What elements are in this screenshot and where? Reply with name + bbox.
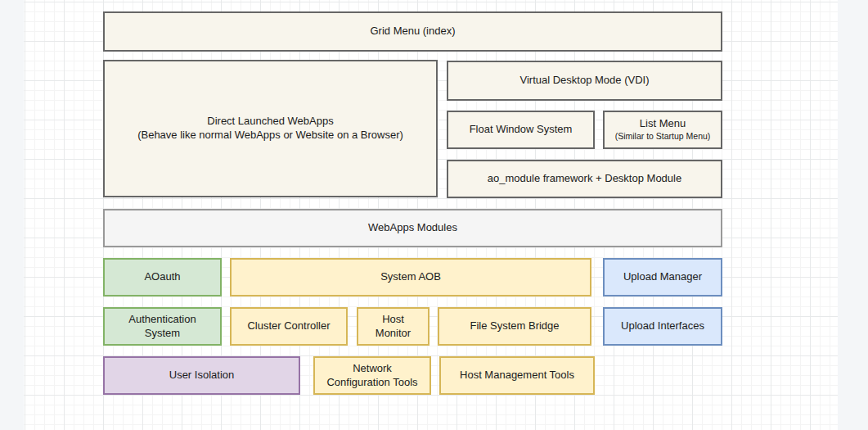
node-label: AOauth [144,270,180,284]
node-label: Host Monitor [363,313,423,341]
node-grid-menu[interactable]: Grid Menu (index) [103,11,722,52]
node-label: WebApps Modules [368,221,457,235]
node-label: Float Window System [470,123,573,137]
node-label: System AOB [380,270,441,284]
node-user-isolation[interactable]: User Isolation [103,356,300,395]
node-label: Host Management Tools [460,369,574,382]
node-label: Upload Interfaces [621,319,704,333]
node-float-window[interactable]: Float Window System [447,111,595,149]
node-ao-module[interactable]: ao_module framework + Desktop Module [447,160,722,198]
node-label: File System Bridge [470,319,559,333]
node-label: Direct Launched WebApps [207,115,333,129]
node-host-monitor[interactable]: Host Monitor [357,307,430,346]
node-list-menu[interactable]: List Menu(Similar to Startup Menu) [603,111,722,149]
node-direct-webapps[interactable]: Direct Launched WebApps(Behave like norm… [103,60,438,197]
node-label: Cluster Controller [247,319,330,333]
node-virtual-desktop[interactable]: Virtual Desktop Mode (VDI) [447,61,722,101]
node-label: Grid Menu (index) [370,25,455,38]
node-sublabel: (Behave like normal WebApps or Website o… [137,129,403,143]
node-system-aob[interactable]: System AOB [230,258,591,296]
node-host-management-tools[interactable]: Host Management Tools [439,356,595,395]
diagram-layer: Grid Menu (index)Direct Launched WebApps… [0,0,868,430]
node-sublabel: (Similar to Startup Menu) [615,131,711,142]
node-label: Upload Manager [623,270,702,284]
node-label: User Isolation [169,369,234,382]
node-label: List Menu [640,117,686,131]
node-network-configuration-tools[interactable]: Network Configuration Tools [313,356,431,395]
node-label: ao_module framework + Desktop Module [488,172,681,186]
node-upload-interfaces[interactable]: Upload Interfaces [603,307,722,346]
node-file-system-bridge[interactable]: File System Bridge [438,307,591,346]
node-label: Network Configuration Tools [320,362,425,390]
node-webapps-modules[interactable]: WebApps Modules [103,209,722,247]
node-aoauth[interactable]: AOauth [103,258,222,296]
node-upload-manager[interactable]: Upload Manager [603,258,722,296]
node-label: Virtual Desktop Mode (VDI) [520,74,650,88]
node-authentication-system[interactable]: Authentication System [103,307,222,346]
drawio-page: Grid Menu (index)Direct Launched WebApps… [0,0,868,430]
node-label: Authentication System [110,313,215,341]
node-cluster-controller[interactable]: Cluster Controller [230,307,348,346]
